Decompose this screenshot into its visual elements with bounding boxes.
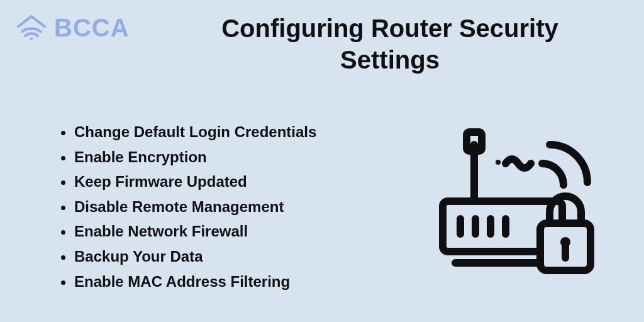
list-item: Disable Remote Management [74, 194, 384, 219]
list-item: Enable Encryption [74, 145, 384, 170]
security-settings-list: Change Default Login Credentials Enable … [57, 119, 384, 294]
page-title: Configuring Router Security Settings [189, 13, 591, 75]
brand-logo: BCCA [15, 11, 130, 44]
slide: BCCA Configuring Router Security Setting… [0, 0, 644, 322]
list-item: Change Default Login Credentials [74, 119, 384, 145]
wifi-house-icon [15, 11, 48, 44]
list-item: Enable Network Firewall [74, 219, 384, 244]
svg-point-9 [496, 160, 501, 165]
list-item: Enable MAC Address Filtering [74, 269, 384, 294]
router-lock-wifi-icon [430, 119, 606, 283]
svg-point-0 [30, 37, 33, 40]
brand-name: BCCA [54, 14, 130, 42]
list-item: Keep Firmware Updated [74, 169, 384, 194]
list-item: Backup Your Data [74, 244, 384, 269]
